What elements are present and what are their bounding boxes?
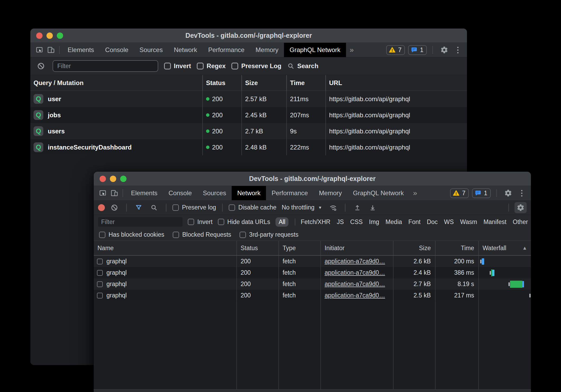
- column-header-status[interactable]: Status: [202, 75, 241, 91]
- resource-type-filter[interactable]: Wasm: [460, 218, 477, 226]
- column-header-time[interactable]: Time: [286, 75, 325, 91]
- resource-type-filter[interactable]: Manifest: [483, 218, 506, 226]
- inspect-icon[interactable]: [97, 186, 109, 200]
- checkbox-box[interactable]: [218, 219, 224, 225]
- export-har-icon[interactable]: [367, 204, 378, 211]
- resource-type-filter[interactable]: Font: [408, 218, 420, 226]
- column-header-size[interactable]: Size: [241, 75, 286, 91]
- graphql-filter-input[interactable]: [53, 60, 158, 72]
- disable-cache-checkbox[interactable]: Disable cache: [229, 204, 276, 211]
- panel-tab[interactable]: Performance: [203, 43, 250, 57]
- throttling-select[interactable]: No throttling ▼: [280, 204, 324, 211]
- resource-type-filter[interactable]: Doc: [427, 218, 438, 226]
- settings-gear-icon[interactable]: [502, 189, 514, 197]
- checkbox-box[interactable]: [240, 232, 246, 238]
- row-checkbox[interactable]: [97, 270, 103, 276]
- initiator-link[interactable]: application-a7ca9d0…: [325, 269, 385, 276]
- panel-tab[interactable]: Performance: [266, 186, 313, 200]
- preserve-log-checkbox[interactable]: Preserve log: [172, 204, 216, 211]
- close-button[interactable]: [100, 176, 106, 182]
- resource-type-filter[interactable]: WS: [444, 218, 454, 226]
- initiator-link[interactable]: application-a7ca9d0…: [325, 281, 385, 288]
- resource-type-filter[interactable]: Img: [369, 218, 379, 226]
- checkbox-box[interactable]: [231, 63, 238, 69]
- checkbox-box[interactable]: [172, 204, 179, 211]
- import-har-icon[interactable]: [352, 204, 363, 211]
- regex-checkbox[interactable]: Regex: [197, 62, 226, 70]
- checkbox-box[interactable]: [99, 232, 105, 238]
- warnings-badge[interactable]: 7: [450, 188, 469, 198]
- network-settings-gear-icon[interactable]: [515, 202, 527, 213]
- panel-tab[interactable]: GraphQL Network: [347, 186, 409, 200]
- column-header-initiator[interactable]: Initiator: [320, 241, 393, 255]
- column-header-url[interactable]: URL: [325, 75, 467, 91]
- invert-checkbox[interactable]: Invert: [164, 62, 191, 70]
- resource-type-filter[interactable]: All: [275, 217, 289, 227]
- checkbox-box[interactable]: [197, 63, 204, 69]
- panel-tab[interactable]: Elements: [125, 186, 163, 200]
- resource-type-filter[interactable]: JS: [337, 218, 344, 226]
- column-header-waterfall[interactable]: Waterfall ▲: [478, 241, 531, 255]
- query-row[interactable]: Q jobs 200 2.45 kB 207ms https://gitlab.…: [30, 107, 467, 123]
- kebab-menu-icon[interactable]: [453, 47, 462, 53]
- resource-type-filter[interactable]: Other: [513, 218, 528, 226]
- column-header-time[interactable]: Time: [435, 241, 478, 255]
- resource-type-filter[interactable]: CSS: [350, 218, 363, 226]
- column-header-status[interactable]: Status: [236, 241, 278, 255]
- checkbox-box[interactable]: [188, 219, 194, 225]
- more-tabs-icon[interactable]: »: [346, 43, 358, 57]
- close-button[interactable]: [36, 32, 43, 39]
- column-header-name[interactable]: Name: [94, 241, 236, 255]
- hide-data-urls-checkbox[interactable]: Hide data URLs: [218, 218, 270, 226]
- clear-icon[interactable]: [35, 62, 47, 70]
- search-icon[interactable]: [148, 204, 160, 211]
- panel-tab[interactable]: Elements: [62, 43, 100, 57]
- checkbox-box[interactable]: [164, 63, 171, 69]
- row-checkbox[interactable]: [97, 281, 103, 287]
- column-header-size[interactable]: Size: [393, 241, 435, 255]
- checkbox-box[interactable]: [173, 232, 179, 238]
- panel-tab[interactable]: Console: [163, 186, 197, 200]
- panel-tab[interactable]: Memory: [250, 43, 284, 57]
- more-tabs-icon[interactable]: »: [409, 186, 421, 200]
- query-row[interactable]: Q users 200 2.7 kB 9s https://gitlab.com…: [30, 123, 467, 139]
- issues-badge[interactable]: 1: [408, 45, 427, 55]
- row-checkbox[interactable]: [97, 293, 103, 298]
- network-request-row[interactable]: graphql 200 fetch application-a7ca9d0… 2…: [94, 290, 531, 301]
- device-toolbar-icon[interactable]: [45, 43, 57, 57]
- settings-gear-icon[interactable]: [438, 46, 450, 54]
- panel-tab[interactable]: Sources: [134, 43, 168, 57]
- resource-type-filter[interactable]: Media: [385, 218, 402, 226]
- panel-tab[interactable]: Memory: [314, 186, 348, 200]
- row-checkbox[interactable]: [97, 259, 103, 264]
- panel-tab[interactable]: Network: [168, 43, 203, 57]
- panel-tab[interactable]: Console: [100, 43, 134, 57]
- preserve-log-checkbox[interactable]: Preserve Log: [231, 62, 281, 70]
- query-row[interactable]: Q instanceSecurityDashboard 200 2.48 kB …: [30, 139, 467, 155]
- column-header-type[interactable]: Type: [278, 241, 320, 255]
- network-filter-input[interactable]: [98, 217, 183, 227]
- network-request-row[interactable]: graphql 200 fetch application-a7ca9d0… 2…: [94, 256, 531, 267]
- issues-badge[interactable]: 1: [472, 188, 491, 198]
- minimize-button[interactable]: [46, 32, 53, 39]
- initiator-link[interactable]: application-a7ca9d0…: [325, 292, 385, 299]
- kebab-menu-icon[interactable]: [517, 190, 526, 197]
- panel-tab[interactable]: Sources: [197, 186, 232, 200]
- clear-icon[interactable]: [109, 204, 120, 211]
- search-toggle[interactable]: Search: [287, 62, 318, 70]
- network-conditions-icon[interactable]: [327, 204, 339, 212]
- resource-type-filter[interactable]: Fetch/XHR: [295, 218, 330, 226]
- panel-tab[interactable]: GraphQL Network: [284, 43, 346, 57]
- request-filter-checkbox[interactable]: Blocked Requests: [173, 231, 231, 238]
- query-row[interactable]: Q user 200 2.57 kB 211ms https://gitlab.…: [30, 91, 467, 107]
- checkbox-box[interactable]: [229, 204, 235, 211]
- network-request-row[interactable]: graphql 200 fetch application-a7ca9d0… 2…: [94, 267, 531, 278]
- request-filter-checkbox[interactable]: 3rd-party requests: [240, 231, 298, 238]
- initiator-link[interactable]: application-a7ca9d0…: [325, 258, 385, 265]
- warnings-badge[interactable]: 7: [386, 45, 405, 55]
- panel-tab[interactable]: Network: [232, 186, 266, 200]
- network-request-row[interactable]: graphql 200 fetch application-a7ca9d0… 2…: [94, 278, 531, 290]
- zoom-button[interactable]: [120, 176, 127, 182]
- device-toolbar-icon[interactable]: [109, 186, 120, 200]
- invert-checkbox[interactable]: Invert: [188, 218, 213, 226]
